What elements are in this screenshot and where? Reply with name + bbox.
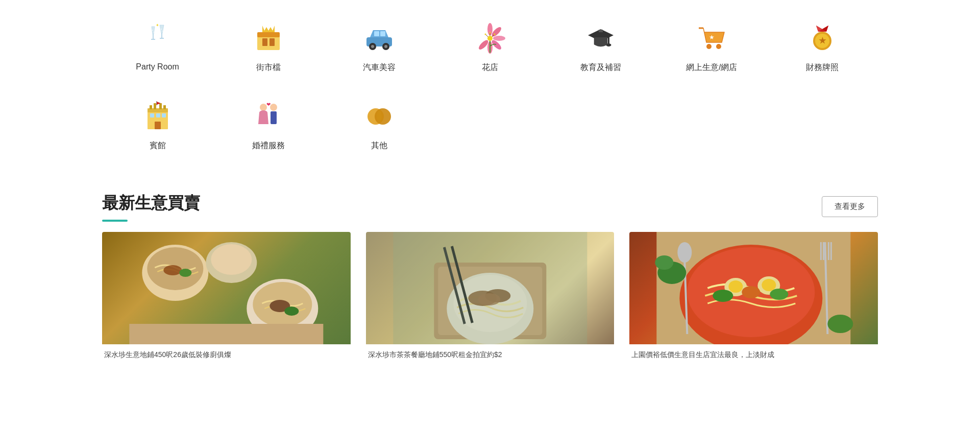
svg-marker-0: [152, 27, 155, 34]
svg-text:★: ★: [709, 34, 715, 41]
svg-point-106: [828, 315, 853, 333]
product-card-3[interactable]: 上園價裕低價生意目生店宜法最良，上淡財成: [629, 232, 878, 360]
svg-point-25: [493, 36, 505, 41]
category-label-online-shop: 網上生意/網店: [686, 62, 737, 73]
svg-point-43: [716, 44, 721, 49]
category-label-auto-beauty: 汽車美容: [363, 62, 396, 73]
svg-rect-51: [154, 103, 156, 109]
svg-rect-53: [163, 105, 166, 109]
hotel-icon: [140, 99, 176, 134]
product-caption-1: 深水埗生意地鋪450呎26歲低裝修廚俱燦: [102, 344, 351, 360]
street-market-icon: [251, 20, 286, 56]
product-caption-3: 上園價裕低價生意目生店宜法最良，上淡財成: [629, 344, 878, 360]
svg-rect-17: [374, 31, 379, 36]
svg-point-94: [742, 286, 761, 298]
other-icon: [361, 99, 397, 134]
category-item-business-license[interactable]: ★ 財務牌照: [767, 10, 878, 83]
svg-point-96: [770, 289, 789, 300]
svg-point-75: [211, 244, 252, 275]
category-item-wedding[interactable]: ❤ 婚禮服務: [213, 88, 324, 161]
svg-point-22: [384, 45, 387, 48]
category-label-wedding: 婚禮服務: [252, 140, 285, 151]
svg-point-9: [162, 31, 163, 32]
business-license-icon: ★: [804, 20, 840, 56]
category-empty-4: [767, 88, 878, 161]
svg-point-73: [284, 306, 299, 316]
category-empty-2: [546, 88, 656, 161]
svg-rect-56: [150, 113, 154, 117]
svg-rect-86: [393, 232, 587, 344]
section-title-underline: [102, 220, 128, 222]
product-caption-2: 深水埗市茶茶餐廳地鋪550呎租金拍宜約$2: [366, 344, 615, 360]
category-empty-1: [434, 88, 545, 161]
category-label-other: 其他: [371, 140, 387, 151]
category-item-other[interactable]: 其他: [324, 88, 434, 161]
category-label-flower-shop: 花店: [482, 62, 498, 73]
category-label-hotel: 賓館: [150, 140, 166, 151]
svg-rect-76: [129, 324, 323, 344]
online-shop-icon: ★: [694, 20, 729, 56]
svg-rect-18: [380, 31, 385, 36]
category-item-party-room[interactable]: ✦ Party Room: [102, 10, 213, 83]
svg-rect-62: [271, 111, 277, 124]
svg-point-60: [260, 104, 267, 111]
svg-point-31: [489, 32, 491, 34]
svg-point-29: [487, 36, 493, 41]
svg-text:★: ★: [819, 36, 826, 45]
svg-marker-13: [262, 26, 275, 32]
category-label-education: 教育及補習: [580, 62, 621, 73]
svg-point-20: [371, 45, 374, 48]
category-label-party-room: Party Room: [136, 62, 179, 72]
party-room-icon: ✦: [140, 20, 176, 56]
section-title-wrapper: 最新生意買賣: [102, 192, 200, 222]
flower-shop-icon: [472, 20, 508, 56]
product-image-2: [366, 232, 615, 344]
svg-point-102: [678, 242, 692, 263]
svg-point-93: [762, 279, 776, 291]
category-item-hotel[interactable]: 賓館: [102, 88, 213, 161]
svg-rect-59: [155, 122, 161, 129]
svg-rect-14: [262, 38, 267, 46]
svg-rect-38: [608, 35, 609, 44]
svg-point-42: [706, 44, 712, 49]
auto-beauty-icon: [361, 20, 397, 56]
svg-rect-50: [150, 105, 152, 109]
product-card-2[interactable]: 深水埗市茶茶餐廳地鋪550呎租金拍宜約$2: [366, 232, 615, 360]
svg-text:❤: ❤: [266, 102, 271, 107]
category-item-auto-beauty[interactable]: 汽車美容: [324, 10, 434, 83]
svg-rect-40: [599, 30, 603, 32]
category-label-business-license: 財務牌照: [806, 62, 839, 73]
svg-point-4: [153, 32, 154, 33]
svg-rect-52: [159, 103, 162, 109]
svg-text:✦: ✦: [156, 23, 159, 28]
svg-rect-12: [257, 32, 280, 37]
section-header: 最新生意買賣 查看更多: [102, 192, 878, 222]
category-grid-row1: ✦ Party Room 街市檔: [102, 10, 878, 83]
view-more-button[interactable]: 查看更多: [822, 196, 878, 217]
product-card-1[interactable]: 深水埗生意地鋪450呎26歲低裝修廚俱燦: [102, 232, 351, 360]
svg-point-91: [729, 280, 743, 293]
svg-rect-15: [270, 38, 275, 46]
category-item-online-shop[interactable]: ★ 網上生意/網店: [656, 10, 767, 83]
section-title: 最新生意買賣: [102, 192, 200, 215]
category-item-flower-shop[interactable]: 花店: [434, 10, 545, 83]
svg-rect-11: [257, 36, 280, 50]
category-item-street-market[interactable]: 街市檔: [213, 10, 324, 83]
svg-point-3: [152, 30, 153, 31]
category-item-education[interactable]: 教育及補習: [546, 10, 656, 83]
product-grid: 深水埗生意地鋪450呎26歲低裝修廚俱燦: [102, 232, 878, 360]
product-image-3: [629, 232, 878, 344]
svg-point-105: [655, 255, 674, 270]
category-label-street-market: 街市檔: [256, 62, 281, 73]
latest-business-section: 最新生意買賣 查看更多: [102, 192, 878, 360]
svg-point-8: [161, 29, 162, 30]
svg-point-95: [713, 290, 733, 302]
svg-point-69: [179, 269, 191, 277]
category-grid-row2: 賓館 ❤ 婚禮服務: [102, 88, 878, 161]
svg-line-34: [486, 35, 488, 37]
svg-point-33: [494, 34, 495, 35]
svg-rect-57: [156, 113, 160, 117]
category-empty-3: [656, 88, 767, 161]
svg-point-68: [163, 265, 182, 275]
svg-point-61: [270, 104, 277, 111]
